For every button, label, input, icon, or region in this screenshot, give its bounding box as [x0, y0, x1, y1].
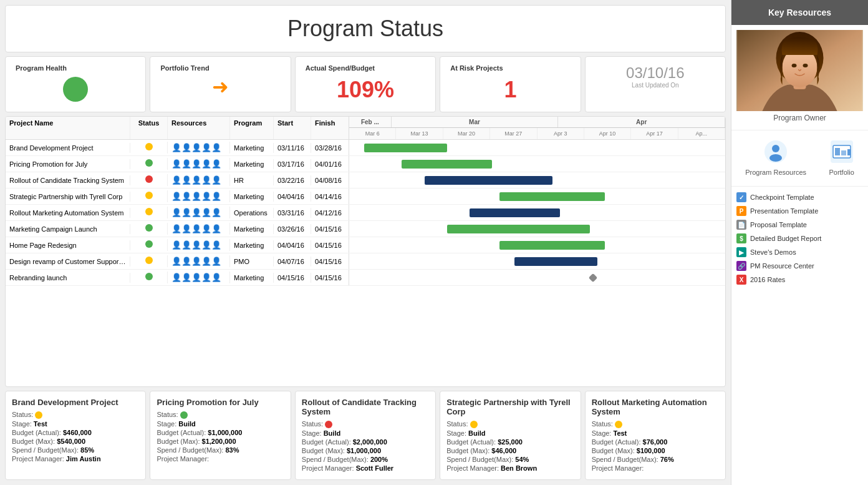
- card-budget-actual-value: $76,000: [643, 438, 668, 446]
- svg-point-5: [803, 64, 808, 67]
- card-budget-actual-row: Budget (Actual): $25,000: [446, 438, 574, 446]
- resource-icon-filled: 👤: [191, 192, 201, 201]
- table-row[interactable]: Design revamp of Customer Support Page 👤…: [6, 253, 725, 270]
- sidebar-link-pm-resource-label: PM Resource Center: [750, 262, 814, 270]
- card-pm-value: Ben Brown: [501, 464, 537, 472]
- sidebar-header: Key Resources: [731, 0, 868, 25]
- table-row[interactable]: Pricing Promotion for July 👤👤👤👤👤 Marketi…: [6, 156, 725, 172]
- sidebar-link-rates-label: 2016 Rates: [750, 276, 785, 283]
- gantt-week-apr3: Apr 3: [538, 128, 584, 139]
- sidebar-link-presentation[interactable]: P Presentation Template: [736, 204, 863, 218]
- gantt-bar: [499, 241, 605, 250]
- resource-icon-filled: 👤: [201, 240, 211, 250]
- cell-project-name: Rebranding launch: [6, 273, 130, 283]
- sidebar-link-rates[interactable]: X 2016 Rates: [736, 273, 863, 287]
- cell-finish: 04/15/16: [311, 224, 349, 234]
- card-budget-actual-label: Budget (Actual):: [446, 438, 498, 446]
- resource-icon-filled: 👤: [171, 143, 181, 152]
- card-budget-actual-label: Budget (Actual):: [12, 429, 63, 436]
- page-title: Program Status: [16, 16, 715, 42]
- card-status-label: Status:: [592, 420, 615, 428]
- table-row[interactable]: Brand Development Project 👤👤👤👤👤 Marketin…: [6, 140, 725, 156]
- card-stage-label: Stage:: [592, 429, 614, 437]
- sidebar-link-checkpoint[interactable]: ✓ Checkpoint Template: [736, 190, 863, 204]
- cell-start: 04/04/16: [274, 192, 311, 202]
- cell-program: Operations: [230, 208, 274, 218]
- table-header: Project Name Status Resources Program St…: [6, 117, 725, 140]
- pm-resource-icon: 🔗: [736, 261, 746, 271]
- budget-icon: $: [736, 233, 746, 243]
- resource-icon-empty: 👤: [201, 208, 211, 217]
- resource-icon-empty: 👤: [211, 159, 221, 169]
- cell-status: [130, 142, 168, 154]
- cell-project-name: Rollout of Candidate Tracking System: [6, 175, 130, 185]
- sidebar-link-budget[interactable]: $ Detailed Budget Report: [736, 232, 863, 245]
- sidebar-link-pm-resource[interactable]: 🔗 PM Resource Center: [736, 259, 863, 273]
- card-budget-max-label: Budget (Max):: [157, 438, 201, 445]
- status-dot: [145, 159, 153, 167]
- kpi-actual-spend-label: Actual Spend/Budget: [306, 64, 425, 72]
- card-status-row: Status:: [12, 411, 139, 419]
- gantt-row: [349, 205, 725, 220]
- gantt-container: [349, 253, 725, 269]
- card-pm-label: Project Manager:: [302, 464, 356, 472]
- card-budget-actual-label: Budget (Actual):: [302, 438, 353, 446]
- status-dot: [145, 257, 153, 264]
- resource-icon-filled: 👤: [171, 273, 181, 282]
- kpi-at-risk-label: At Risk Projects: [450, 64, 570, 72]
- sidebar-link-demos-label: Steve's Demos: [750, 248, 796, 256]
- demos-icon: ▶: [736, 247, 746, 257]
- gantt-row: [349, 140, 725, 155]
- card-budget-max-value: $46,000: [491, 447, 516, 454]
- program-resources-item[interactable]: Program Resources: [740, 135, 811, 181]
- sidebar-link-demos[interactable]: ▶ Steve's Demos: [736, 245, 863, 259]
- portfolio-item[interactable]: Portfolio: [824, 135, 859, 181]
- resource-icon-empty: 👤: [181, 208, 191, 217]
- table-row[interactable]: Rollout Marketing Automation System 👤👤👤👤…: [6, 205, 725, 221]
- table-row[interactable]: Marketing Campaign Launch 👤👤👤👤👤 Marketin…: [6, 221, 725, 237]
- card-title: Strategic Partnership with Tyrell Corp: [446, 398, 574, 416]
- card-spend-row: Spend / Budget(Max): 85%: [12, 446, 139, 454]
- card-status-dot: [470, 421, 478, 428]
- status-dot: [145, 240, 153, 248]
- cell-status: [130, 158, 168, 170]
- resource-icon-filled: 👤: [201, 192, 211, 201]
- card-status-dot: [35, 411, 42, 419]
- cell-start: 03/17/16: [274, 159, 311, 169]
- card-budget-max-label: Budget (Max):: [446, 447, 491, 454]
- gantt-week-apr-more: Ap...: [678, 128, 725, 139]
- card-title: Rollout Marketing Automation System: [592, 398, 719, 416]
- resource-icon-empty: 👤: [201, 159, 211, 169]
- table-row[interactable]: Rollout of Candidate Tracking System 👤👤👤…: [6, 172, 725, 189]
- table-row[interactable]: Strategic Partnership with Tyrell Corp 👤…: [6, 189, 725, 205]
- card-budget-max-label: Budget (Max):: [592, 447, 637, 454]
- gantt-container: [349, 189, 725, 204]
- card-stage-row: Stage: Test: [592, 429, 719, 437]
- sidebar-link-checkpoint-label: Checkpoint Template: [750, 194, 814, 201]
- card-budget-actual-row: Budget (Actual): $2,000,000: [302, 438, 429, 446]
- gantt-container: [349, 237, 725, 253]
- resource-icon-filled: 👤: [171, 192, 181, 201]
- proposal-icon: 📄: [736, 220, 746, 230]
- resource-icon-filled: 👤: [181, 240, 191, 250]
- gantt-bar: [499, 192, 605, 201]
- resource-icon-filled: 👤: [181, 224, 191, 233]
- rates-icon: X: [736, 275, 746, 285]
- cell-program: Marketing: [230, 192, 274, 202]
- card-budget-actual-label: Budget (Actual):: [592, 438, 643, 446]
- card-pm-label: Project Manager:: [12, 455, 66, 463]
- main-content: Program Status Program Health Portfolio …: [0, 0, 731, 485]
- row-left: Marketing Campaign Launch 👤👤👤👤👤 Marketin…: [6, 221, 349, 237]
- card-status-label: Status:: [302, 420, 325, 428]
- card-spend-label: Spend / Budget(Max):: [302, 456, 370, 463]
- table-row[interactable]: Home Page Redesign 👤👤👤👤👤 Marketing 04/04…: [6, 237, 725, 253]
- gantt-bar: [514, 257, 597, 266]
- resource-icon-empty: 👤: [211, 208, 221, 217]
- sidebar-link-proposal[interactable]: 📄 Proposal Template: [736, 218, 863, 232]
- status-dot: [145, 208, 153, 215]
- col-header-status: Status: [130, 117, 168, 139]
- col-header-resources: Resources: [168, 117, 230, 139]
- card-status-label: Status:: [157, 411, 180, 418]
- gantt-row: [349, 172, 725, 188]
- table-row[interactable]: Rebranding launch 👤👤👤👤👤 Marketing 04/15/…: [6, 270, 725, 286]
